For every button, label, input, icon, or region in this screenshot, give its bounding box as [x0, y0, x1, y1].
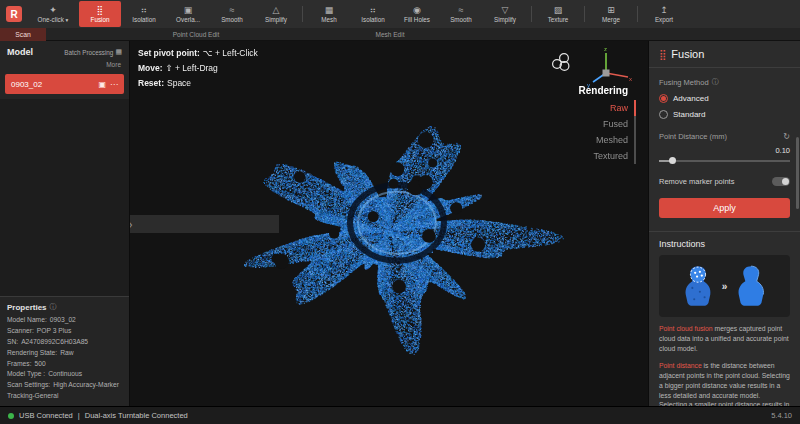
remove-marker-toggle[interactable]: [772, 177, 790, 186]
toolbar-button-texture[interactable]: ▨ Texture: [537, 1, 579, 27]
viewport-3d[interactable]: Set pivot point:⌥ + Left-Click Move:⇧ + …: [130, 41, 648, 406]
hint-label: Set pivot point:: [138, 48, 200, 58]
toolbar-row: R ✦ One-click ▾ ⣿ Fusion ⠶ Isolation ▣ O…: [0, 0, 800, 28]
group-label-point-cloud-edit: Point Cloud Edit: [108, 28, 284, 41]
model-list-item-selected[interactable]: 0903_02 ▣ ⋯: [5, 74, 124, 94]
orientation-gizmo[interactable]: z x y: [584, 43, 634, 89]
radio-standard-control[interactable]: [659, 110, 668, 119]
model-preview-icon[interactable]: ▣: [98, 80, 106, 89]
point-distance-value: 0.10: [659, 146, 790, 155]
radio-advanced[interactable]: Advanced: [659, 94, 790, 103]
property-row: SN:A24708992C6H03A85: [7, 337, 122, 348]
instruction-image-after: [734, 263, 768, 309]
toolbar-button-fusion[interactable]: ⣿ Fusion: [79, 1, 121, 27]
property-row: Rendering State:Raw: [7, 348, 122, 359]
model-name: 0903_02: [11, 80, 42, 89]
point-distance-label: Point Distance (mm): [659, 132, 727, 141]
model-more-options-icon[interactable]: ⋯: [110, 80, 118, 89]
toolbar: R ✦ One-click ▾ ⣿ Fusion ⠶ Isolation ▣ O…: [0, 0, 800, 41]
instructions-paragraph-2: Point distance is the distance between a…: [659, 361, 790, 406]
app-window: R ✦ One-click ▾ ⣿ Fusion ⠶ Isolation ▣ O…: [0, 0, 800, 424]
simplify-icon: ▽: [502, 5, 509, 16]
toolbar-button-smooth[interactable]: ≈ Smooth: [211, 1, 253, 27]
status-separator: |: [78, 411, 80, 420]
toolbar-group-row: Scan Point Cloud Edit Mesh Edit: [0, 28, 800, 41]
info-icon[interactable]: ⓘ: [712, 77, 719, 87]
usb-status-text: USB Connected: [19, 411, 73, 420]
radio-advanced-control[interactable]: [659, 94, 668, 103]
toolbar-separator: [584, 6, 585, 22]
rendering-option-raw[interactable]: Raw: [579, 100, 636, 116]
rendering-title: Rendering: [579, 85, 636, 96]
app-version: 5.4.10: [771, 411, 792, 420]
fusing-method-label: Fusing Method: [659, 78, 709, 87]
scrollbar-thumb[interactable]: [796, 137, 799, 209]
toolbar-button-export[interactable]: ↥ Export: [643, 1, 685, 27]
merge-icon: ⊞: [607, 5, 615, 16]
usb-status-dot: [8, 413, 14, 419]
rendering-option-textured[interactable]: Textured: [579, 148, 636, 164]
app-logo: R: [6, 6, 22, 22]
toolbar-button-merge[interactable]: ⊞ Merge: [590, 1, 632, 27]
toolbar-button-mesh-isolation[interactable]: ⠶ Isolation: [352, 1, 394, 27]
one-click-label: One-click ▾: [38, 16, 69, 24]
toolbar-button-fill-holes[interactable]: ◉ Fill Holes: [396, 1, 438, 27]
point-distance-slider[interactable]: [659, 156, 790, 166]
property-row: Model Type :Continuous: [7, 369, 122, 380]
reset-point-distance-icon[interactable]: ↻: [783, 132, 790, 141]
chevron-down-icon: ▾: [66, 17, 69, 23]
toolbar-button-one-click[interactable]: ✦ One-click ▾: [29, 1, 77, 27]
hint-label: Move:: [138, 63, 163, 73]
isolation-icon: ⠶: [141, 5, 148, 16]
toolbar-button-mesh-simplify[interactable]: ▽ Simplify: [484, 1, 526, 27]
turntable-status-text: Dual-axis Turntable Connected: [85, 411, 188, 420]
one-click-icon: ✦: [49, 5, 57, 16]
status-bar: USB Connected | Dual-axis Turntable Conn…: [0, 406, 800, 424]
info-icon[interactable]: ⓘ: [50, 302, 57, 312]
hint-label: Reset:: [138, 78, 164, 88]
model-list-empty-area: [0, 99, 129, 296]
radio-standard[interactable]: Standard: [659, 110, 790, 119]
instructions-paragraph-1: Point cloud fusion merges captured point…: [659, 324, 790, 354]
isolation-icon: ⠶: [370, 5, 377, 16]
toolbar-button-mesh-smooth[interactable]: ≈ Smooth: [440, 1, 482, 27]
property-row: Frames:500: [7, 359, 122, 370]
hint-value: Space: [167, 78, 191, 88]
double-arrow-icon: »: [722, 281, 728, 292]
axis-z-label: z: [604, 46, 607, 52]
apply-button[interactable]: Apply: [659, 198, 790, 218]
collapse-right-panel-button[interactable]: ›: [130, 215, 279, 233]
toolbar-button-simplify[interactable]: △ Simplify: [255, 1, 297, 27]
instruction-image-before: [681, 263, 715, 309]
properties-title: Properties: [7, 303, 47, 312]
viewport-hints: Set pivot point:⌥ + Left-Click Move:⇧ + …: [138, 46, 258, 91]
toolbar-button-mesh[interactable]: ▦ Mesh: [308, 1, 350, 27]
export-icon: ↥: [660, 5, 668, 16]
fusion-icon: ⣿: [97, 5, 104, 16]
toolbar-button-overlap[interactable]: ▣ Overla...: [167, 1, 209, 27]
toolbar-button-isolation[interactable]: ⠶ Isolation: [123, 1, 165, 27]
more-button[interactable]: More: [0, 59, 129, 72]
remove-marker-label: Remove marker points: [659, 177, 734, 186]
instructions-section: Instructions » P: [649, 231, 800, 406]
toolbar-separator: [302, 6, 303, 22]
slider-knob[interactable]: [669, 157, 676, 164]
rendering-option-meshed[interactable]: Meshed: [579, 132, 636, 148]
model-panel-title: Model: [7, 47, 33, 57]
texture-icon: ▨: [554, 5, 563, 16]
overlap-icon: ▣: [184, 5, 193, 16]
batch-processing-button[interactable]: Batch Processing ▦: [64, 48, 122, 56]
radio-advanced-label: Advanced: [673, 94, 709, 103]
tab-scan[interactable]: Scan: [0, 28, 46, 41]
fusion-panel: ⣿ Fusion Fusing Method ⓘ Advanced Standa…: [648, 41, 800, 406]
smooth-icon: ≈: [230, 5, 235, 16]
property-row: Model Name:0903_02: [7, 315, 122, 326]
mesh-icon: ▦: [325, 5, 334, 16]
hint-value: ⌥ + Left-Click: [203, 48, 258, 58]
marker-cluster-icon[interactable]: [550, 51, 572, 73]
slider-track[interactable]: [659, 160, 790, 162]
rendering-option-fused[interactable]: Fused: [579, 116, 636, 132]
fill-holes-icon: ◉: [413, 5, 421, 16]
radio-standard-label: Standard: [673, 110, 705, 119]
hint-value: ⇧ + Left-Drag: [166, 63, 218, 73]
